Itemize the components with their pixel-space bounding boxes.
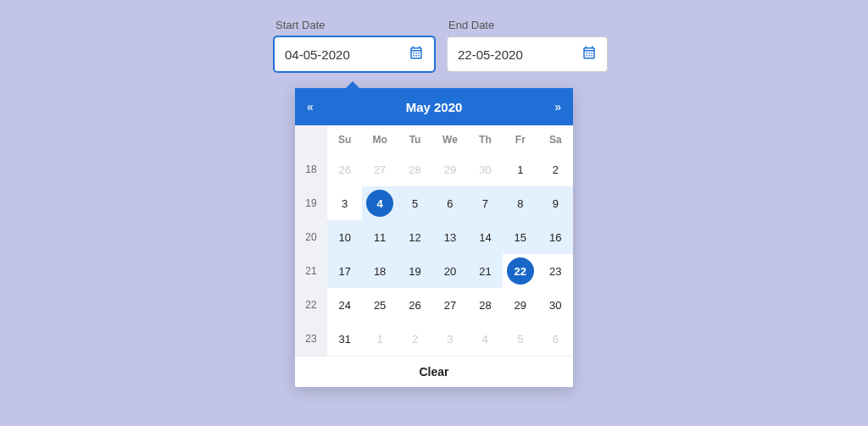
calendar-day[interactable]: 12 (398, 220, 432, 254)
week-number: 22 (295, 288, 327, 322)
week-number: 23 (295, 322, 327, 356)
week-number: 20 (295, 220, 327, 254)
date-inputs-row: Start Date 04-05-2020 End Date 22-05-202… (274, 19, 608, 72)
calendar-icon (581, 45, 597, 64)
calendar-week-row: 2331123456 (295, 322, 573, 356)
dow-header: We (432, 125, 467, 152)
dow-header: Tu (398, 125, 432, 152)
calendar-day[interactable]: 4 (362, 186, 397, 220)
calendar-day[interactable]: 31 (327, 322, 362, 356)
calendar-day: 27 (362, 152, 397, 186)
calendar-day[interactable]: 21 (468, 254, 503, 288)
start-date-input[interactable]: 04-05-2020 (274, 36, 435, 72)
start-date-label: Start Date (274, 19, 435, 31)
calendar-day[interactable]: 18 (362, 254, 397, 288)
week-number: 18 (295, 152, 327, 186)
calendar-day[interactable]: 9 (538, 186, 573, 220)
calendar-day: 2 (398, 322, 432, 356)
next-month-button[interactable]: » (554, 100, 561, 113)
calendar-week-row: 193456789 (295, 186, 573, 220)
calendar-day: 5 (503, 322, 537, 356)
calendar-day[interactable]: 25 (362, 288, 397, 322)
calendar-day[interactable]: 29 (503, 288, 537, 322)
calendar-day[interactable]: 22 (503, 254, 537, 288)
calendar-day[interactable]: 24 (327, 288, 362, 322)
dow-header: Mo (362, 125, 397, 152)
end-date-input[interactable]: 22-05-2020 (447, 36, 608, 72)
calendar-day[interactable]: 7 (468, 186, 503, 220)
calendar-day: 6 (538, 322, 573, 356)
calendar-day[interactable]: 5 (398, 186, 432, 220)
calendar-title[interactable]: May 2020 (406, 100, 463, 114)
end-date-value: 22-05-2020 (458, 47, 523, 62)
calendar-day[interactable]: 17 (327, 254, 362, 288)
calendar-day[interactable]: 16 (538, 220, 573, 254)
dow-header: Th (468, 125, 503, 152)
calendar-day: 3 (432, 322, 467, 356)
calendar-day: 1 (362, 322, 397, 356)
prev-month-button[interactable]: « (307, 100, 314, 113)
calendar-week-row: 2117181920212223 (295, 254, 573, 288)
calendar-day: 30 (468, 152, 503, 186)
datepicker-popup: « May 2020 » SuMoTuWeThFrSa 182627282930… (295, 88, 573, 387)
dow-header: Su (327, 125, 362, 152)
calendar-day: 28 (398, 152, 432, 186)
dow-header: Fr (503, 125, 537, 152)
calendar-grid: SuMoTuWeThFrSa 1826272829301219345678920… (295, 125, 573, 356)
calendar-day: 4 (468, 322, 503, 356)
calendar-icon (409, 45, 424, 64)
calendar-day[interactable]: 28 (468, 288, 503, 322)
calendar-day[interactable]: 11 (362, 220, 397, 254)
calendar-day: 29 (432, 152, 467, 186)
end-date-group: End Date 22-05-2020 (447, 19, 608, 72)
calendar-day[interactable]: 26 (398, 288, 432, 322)
calendar-day[interactable]: 13 (432, 220, 467, 254)
calendar-day: 26 (327, 152, 362, 186)
calendar-week-row: 2224252627282930 (295, 288, 573, 322)
calendar-day[interactable]: 23 (538, 254, 573, 288)
calendar-week-row: 18262728293012 (295, 152, 573, 186)
calendar-day[interactable]: 8 (503, 186, 537, 220)
calendar-day[interactable]: 14 (468, 220, 503, 254)
week-number: 21 (295, 254, 327, 288)
calendar-week-row: 2010111213141516 (295, 220, 573, 254)
dow-header: Sa (538, 125, 573, 152)
calendar-day[interactable]: 30 (538, 288, 573, 322)
calendar-day[interactable]: 27 (432, 288, 467, 322)
calendar-header: « May 2020 » (295, 88, 573, 125)
calendar-day[interactable]: 20 (432, 254, 467, 288)
start-date-group: Start Date 04-05-2020 (274, 19, 435, 72)
calendar-day[interactable]: 1 (503, 152, 537, 186)
calendar-day[interactable]: 10 (327, 220, 362, 254)
calendar-day[interactable]: 2 (538, 152, 573, 186)
calendar-day[interactable]: 3 (327, 186, 362, 220)
calendar-day[interactable]: 19 (398, 254, 432, 288)
calendar-day[interactable]: 6 (432, 186, 467, 220)
end-date-label: End Date (447, 19, 608, 31)
clear-button[interactable]: Clear (295, 356, 573, 387)
week-header (295, 125, 327, 152)
week-number: 19 (295, 186, 327, 220)
start-date-value: 04-05-2020 (285, 47, 350, 62)
calendar-day[interactable]: 15 (503, 220, 537, 254)
